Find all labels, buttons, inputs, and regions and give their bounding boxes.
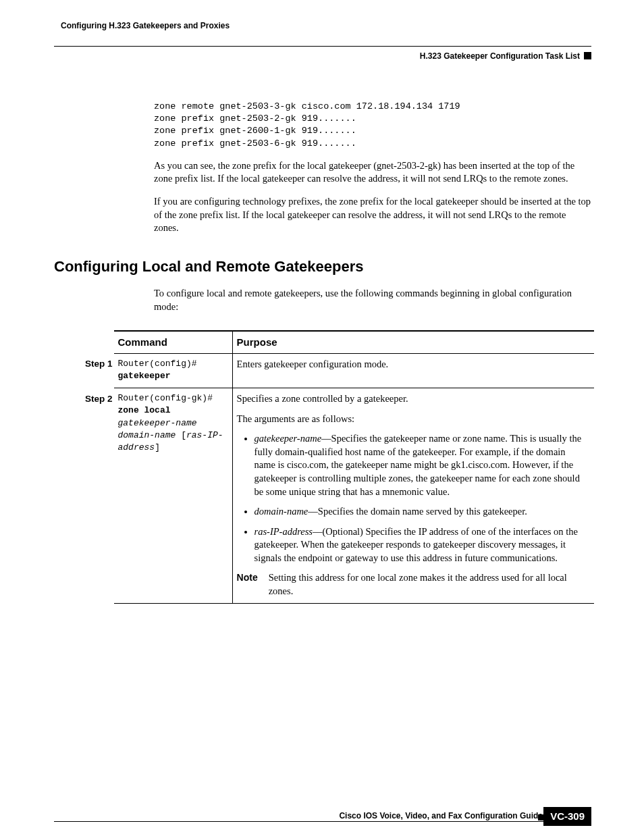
procedure-table: Command Purpose Step 1 Router(config)# g… [81, 330, 594, 604]
section-heading: Configuring Local and Remote Gatekeepers [54, 257, 591, 277]
running-footer: Cisco IOS Voice, Video, and Fax Configur… [54, 821, 591, 822]
note: Note Setting this address for one local … [237, 571, 589, 598]
col-command: Command [114, 331, 233, 354]
command-cell: Router(config)# gatekeeper [114, 353, 233, 388]
purpose-lead: Specifies a zone controlled by a gatekee… [237, 392, 589, 406]
step-label: Step 1 [81, 353, 114, 388]
purpose-cell: Enters gatekeeper configuration mode. [232, 353, 594, 388]
note-text: Setting this address for one local zone … [269, 571, 589, 598]
config-code-block: zone remote gnet-2503-3-gk cisco.com 172… [154, 101, 591, 150]
running-header: Configuring H.323 Gatekeepers and Proxie… [54, 20, 591, 47]
intro-paragraph: To configure local and remote gatekeeper… [154, 287, 591, 313]
command-cell: Router(config-gk)# zone local gatekeeper… [114, 388, 233, 604]
paragraph-2: If you are configuring technology prefix… [154, 195, 591, 235]
step-label: Step 2 [81, 388, 114, 604]
list-item: ras-IP-address—(Optional) Specifies the … [254, 525, 589, 565]
table-header-row: Command Purpose [81, 331, 594, 354]
chapter-title: Configuring H.323 Gatekeepers and Proxie… [61, 20, 230, 31]
section-title: H.323 Gatekeeper Configuration Task List [420, 51, 580, 61]
table-row: Step 1 Router(config)# gatekeeper Enters… [81, 353, 594, 388]
list-item: gatekeeper-name—Specifies the gatekeeper… [254, 432, 589, 498]
purpose-cell: Specifies a zone controlled by a gatekee… [232, 388, 594, 604]
args-list: gatekeeper-name—Specifies the gatekeeper… [237, 432, 589, 565]
guide-title: Cisco IOS Voice, Video, and Fax Configur… [54, 810, 591, 821]
list-item: domain-name—Specifies the domain name se… [254, 505, 589, 519]
args-intro: The arguments are as follows: [237, 413, 589, 426]
page-number: VC-309 [543, 807, 591, 826]
header-marker-icon [584, 52, 591, 59]
col-purpose: Purpose [232, 331, 594, 354]
table-row: Step 2 Router(config-gk)# zone local gat… [81, 388, 594, 604]
note-label: Note [237, 571, 258, 598]
paragraph-1: As you can see, the zone prefix for the … [154, 159, 591, 186]
